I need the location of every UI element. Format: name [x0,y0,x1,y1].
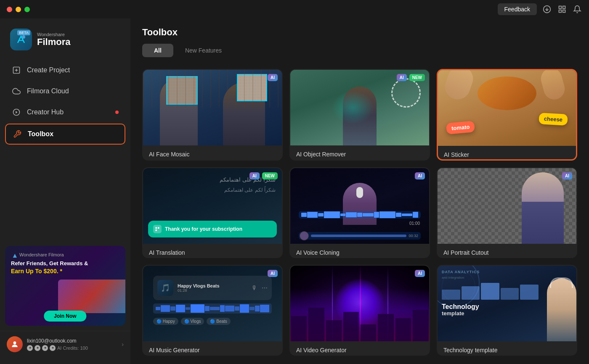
user-area[interactable]: lixin100@outlook.com ★ ★ ★ ★ AI Credits:… [0,331,130,357]
sticker-cheese: cheese [539,113,568,126]
tool-card-ai-music[interactable]: 🎵 Happy Vlogs Beats 01:28 🎙 ⋯ [142,265,283,356]
tool-card-ai-sticker[interactable]: tomato cheese AI Sticker [437,69,577,161]
tool-card-tech-template[interactable]: Data Analytics and Integration [437,265,577,356]
credit-icon4: ★ [50,345,56,351]
tool-card-ai-translation[interactable]: شكراً لكم على اهتمامكم شكراً لكم على اهت… [142,167,283,258]
tool-info: AI Translation [143,244,282,258]
tool-info: AI Video Generator [290,341,429,356]
tool-info: AI Portrait Cutout [438,244,576,258]
promo-title: Refer Friends, Get Rewards & Earn Up To … [11,260,119,275]
credit-icon: ★ [27,345,33,351]
traffic-lights [7,7,30,12]
page-title: Toolbox [142,27,577,38]
notification-icon[interactable] [572,4,582,14]
svg-rect-14 [158,227,159,229]
tools-grid: AI AI Face Mosaic [130,64,589,364]
ai-badge: AI [249,172,260,179]
maximize-button[interactable] [24,7,30,12]
svg-rect-4 [559,10,562,13]
chevron-right-icon: › [122,341,124,348]
download-icon[interactable] [542,4,552,14]
ai-badge: AI [562,172,572,179]
tool-info: AI Sticker [438,146,576,161]
tool-info: AI Object Remover [290,145,429,161]
tool-info: AI Face Mosaic [143,145,282,161]
lightning-icon [12,108,21,117]
close-button[interactable] [7,7,12,12]
tool-name: AI Sticker [444,151,469,158]
tool-thumbnail: 🎵 Happy Vlogs Beats 01:28 🎙 ⋯ [143,266,282,341]
tool-name: AI Face Mosaic [149,151,189,158]
tool-thumbnail: AI [290,266,429,341]
main-content: Toolbox All New Features [130,18,589,364]
sidebar-item-creator-hub[interactable]: Creator Hub [5,103,125,122]
tool-card-ai-portrait-cutout[interactable]: AI AI Portrait Cutout [437,167,577,258]
avatar [7,336,23,352]
product-name: Filmora [37,37,70,47]
tab-bar: All New Features [142,44,577,57]
svg-rect-5 [563,10,565,13]
user-info: lixin100@outlook.com ★ ★ ★ ★ AI Credits:… [27,338,117,351]
svg-marker-11 [16,111,17,114]
tool-card-ai-video[interactable]: AI AI Video Generator [289,265,430,356]
promo-card[interactable]: Wondershare Filmora Refer Friends, Get R… [5,246,125,326]
badge-container: AI [415,172,425,179]
credit-icon3: ★ [42,345,48,351]
join-now-button[interactable]: Join Now [44,311,86,322]
sidebar-item-label: Toolbox [28,130,53,138]
svg-rect-13 [156,227,157,229]
titlebar-actions: Feedback [498,3,582,15]
svg-rect-2 [559,6,562,9]
promo-logo: Wondershare Filmora [11,252,119,258]
svg-point-12 [13,341,16,344]
ai-badge: AI [415,270,425,277]
sidebar-item-label: Create Project [27,66,70,74]
tool-name: AI Object Remover [296,151,346,158]
svg-rect-3 [563,6,565,9]
tool-info: Technology template [438,341,576,356]
content-header: Toolbox All New Features [130,18,589,64]
sidebar-item-label: Filmora Cloud [27,87,69,95]
tool-thumbnail: AI NEW [290,70,429,145]
tool-info: AI Voice Cloning [290,244,429,258]
badge-container: AI [415,270,425,277]
tool-name: AI Music Generator [149,347,200,353]
new-badge: NEW [409,74,425,81]
tool-card-ai-voice-cloning[interactable]: 01:00 00:32 AI [289,167,430,258]
badge-container: AI [268,270,278,277]
tool-thumbnail: Data Analytics and Integration [438,266,576,341]
tab-new-features[interactable]: New Features [173,44,233,57]
notification-dot [115,111,119,114]
tool-name: AI Voice Cloning [296,249,340,256]
badge-container: AI [268,74,278,81]
grid-icon[interactable] [557,4,567,14]
sidebar: BETA Wondershare Filmora Create Project [0,18,130,364]
tool-thumbnail: 01:00 00:32 AI [290,168,429,244]
ai-credits: AI Credits: 100 [57,346,88,351]
tab-all[interactable]: All [142,44,173,57]
badge-container: AI NEW [397,74,425,81]
sidebar-item-toolbox[interactable]: Toolbox [5,124,125,145]
svg-rect-15 [156,229,157,231]
titlebar: Feedback [0,0,589,18]
cloud-icon [12,87,21,96]
badge-container: AI NEW [249,172,278,179]
tool-thumbnail: شكراً لكم على اهتمامكم شكراً لكم على اهت… [143,168,282,244]
sidebar-item-filmora-cloud[interactable]: Filmora Cloud [5,82,125,101]
sidebar-item-label: Creator Hub [27,108,64,116]
feedback-button[interactable]: Feedback [498,3,537,15]
user-credits-area: ★ ★ ★ ★ AI Credits: 100 [27,345,117,351]
tool-thumbnail: AI [438,168,576,244]
minimize-button[interactable] [16,7,21,12]
ai-badge: AI [268,270,278,277]
sidebar-item-create-project[interactable]: Create Project [5,61,125,80]
tool-card-ai-object-remover[interactable]: AI NEW AI Object Remover [289,69,430,161]
badge-container: AI [562,172,572,179]
ai-badge: AI [415,172,425,179]
music-title: Happy Vlogs Beats [178,283,247,288]
tool-card-ai-face-mosaic[interactable]: AI AI Face Mosaic [142,69,283,161]
user-email: lixin100@outlook.com [27,338,117,344]
app-logo: BETA [10,29,32,50]
ai-badge: AI [268,74,278,81]
nav-items: Create Project Filmora Cloud Creat [0,61,130,145]
